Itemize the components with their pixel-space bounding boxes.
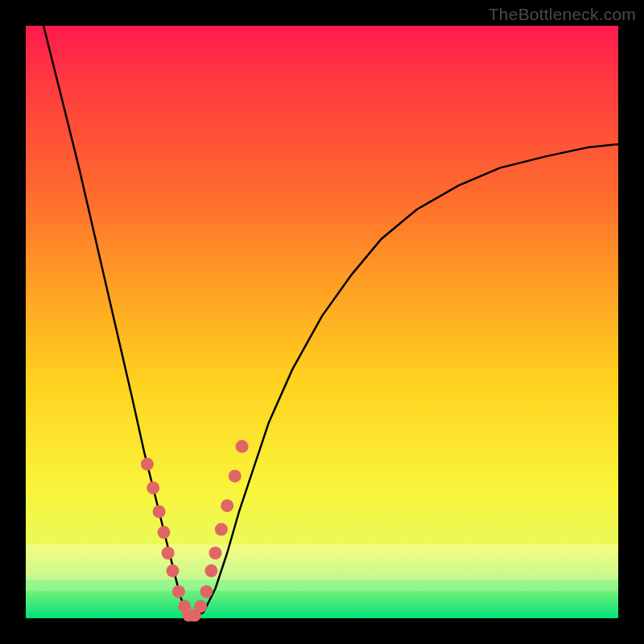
sample-point-marker: [204, 564, 217, 577]
sample-point-marker: [172, 585, 185, 598]
marker-group: [141, 440, 249, 622]
sample-point-marker: [141, 458, 154, 471]
watermark-text: TheBottleneck.com: [489, 5, 636, 24]
sample-point-marker: [167, 564, 180, 577]
sample-point-marker: [221, 499, 233, 512]
sample-point-marker: [158, 526, 171, 539]
sample-point-marker: [236, 440, 249, 453]
sample-point-marker: [194, 600, 207, 613]
sample-point-marker: [209, 547, 222, 559]
chart-frame: TheBottleneck.com: [0, 0, 644, 644]
sample-point-marker: [153, 506, 166, 518]
bottleneck-curve-line: [43, 26, 618, 618]
sample-point-marker: [229, 469, 242, 482]
chart-svg: [26, 26, 618, 618]
sample-point-marker: [162, 547, 175, 559]
sample-point-marker: [200, 585, 213, 598]
sample-point-marker: [147, 481, 159, 494]
sample-point-marker: [215, 523, 228, 536]
